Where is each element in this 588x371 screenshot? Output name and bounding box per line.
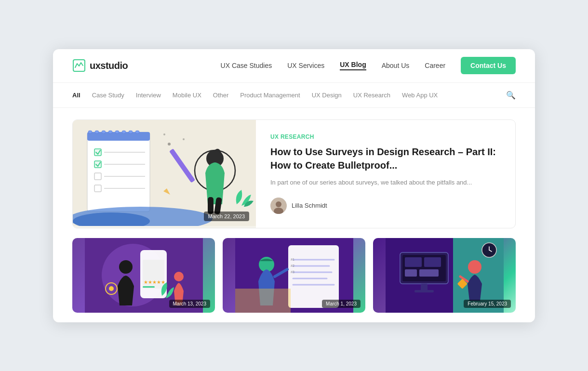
filter-interview[interactable]: Interview: [136, 92, 161, 99]
filter-mobile-ux[interactable]: Mobile UX: [173, 92, 201, 99]
card-1[interactable]: ★★★★★: [72, 238, 215, 313]
nav-ux-services[interactable]: UX Services: [287, 62, 324, 69]
nav-about-us[interactable]: About Us: [382, 62, 410, 69]
svg-rect-7: [108, 131, 112, 133]
filter-ux-research[interactable]: UX Research: [353, 92, 390, 99]
svg-rect-45: [288, 245, 339, 308]
featured-illustration: [73, 120, 256, 226]
featured-article[interactable]: March 22, 2023 UX Research How to Use Su…: [72, 119, 516, 228]
filter-ux-design[interactable]: UX Design: [312, 92, 342, 99]
logo-icon: [72, 59, 86, 72]
card-1-image: ★★★★★: [72, 238, 215, 313]
svg-point-32: [276, 201, 281, 207]
svg-rect-66: [414, 290, 434, 292]
featured-date-badge: March 22, 2023: [204, 212, 249, 221]
svg-rect-62: [424, 257, 441, 267]
nav-ux-case-studies[interactable]: UX Case Studies: [221, 62, 272, 69]
main-content: March 22, 2023 UX Research How to Use Su…: [53, 108, 535, 322]
card-2-image: #1 #2 #3: [223, 238, 365, 313]
card-3[interactable]: February 15, 2023: [373, 238, 516, 313]
svg-text:#3: #3: [291, 270, 294, 274]
nav: UX Case Studies UX Services UX Blog Abou…: [221, 57, 516, 74]
svg-rect-9: [122, 131, 126, 133]
svg-point-27: [183, 138, 185, 140]
svg-rect-2: [87, 132, 150, 212]
featured-image: March 22, 2023: [73, 120, 256, 228]
card-3-image: February 15, 2023: [373, 238, 516, 313]
card-3-date: February 15, 2023: [464, 300, 511, 308]
header: uxstudio UX Case Studies UX Services UX …: [53, 49, 535, 83]
author-name: Lilla Schmidt: [292, 202, 327, 209]
svg-rect-16: [94, 173, 101, 180]
featured-title[interactable]: How to Use Surveys in Design Research – …: [270, 145, 501, 172]
svg-rect-61: [405, 257, 422, 267]
search-icon[interactable]: 🔍: [506, 91, 516, 100]
card-grid: ★★★★★: [72, 238, 516, 313]
featured-tag[interactable]: UX Research: [270, 133, 501, 140]
featured-content: UX Research How to Use Surveys in Design…: [256, 120, 515, 228]
svg-rect-56: [235, 289, 291, 313]
logo[interactable]: uxstudio: [72, 59, 128, 72]
filter-product-management[interactable]: Product Management: [240, 92, 300, 99]
contact-us-button[interactable]: Contact Us: [461, 57, 516, 74]
svg-rect-64: [419, 269, 439, 277]
filter-case-study[interactable]: Case Study: [92, 92, 124, 99]
svg-text:#2: #2: [291, 264, 294, 267]
svg-rect-39: [143, 286, 155, 288]
svg-text:#1: #1: [291, 258, 294, 261]
svg-text:★★★★★: ★★★★★: [144, 279, 165, 285]
nav-ux-blog[interactable]: UX Blog: [340, 61, 366, 70]
svg-point-43: [174, 272, 184, 281]
svg-rect-10: [129, 131, 133, 133]
svg-rect-63: [405, 269, 417, 277]
svg-rect-18: [94, 185, 101, 192]
filter-other[interactable]: Other: [213, 92, 229, 99]
svg-point-28: [163, 133, 165, 135]
svg-rect-6: [102, 131, 106, 133]
author-row: Lilla Schmidt: [270, 198, 501, 214]
logo-text: uxstudio: [90, 60, 128, 71]
filter-web-app-ux[interactable]: Web App UX: [402, 92, 438, 99]
filter-bar: All Case Study Interview Mobile UX Other…: [53, 83, 535, 108]
svg-rect-4: [88, 131, 92, 133]
svg-point-67: [468, 260, 481, 274]
filter-all[interactable]: All: [72, 92, 80, 99]
card-2-date: March 1, 2023: [322, 300, 361, 308]
svg-rect-5: [95, 131, 99, 133]
svg-point-40: [119, 260, 133, 274]
svg-rect-8: [115, 131, 119, 133]
author-avatar: [270, 198, 287, 214]
card-1-date: March 13, 2023: [169, 300, 211, 308]
svg-point-26: [168, 143, 171, 146]
featured-excerpt: In part one of our series about surveys,…: [270, 178, 501, 188]
nav-career[interactable]: Career: [425, 62, 445, 69]
svg-rect-11: [135, 131, 139, 133]
svg-rect-65: [421, 284, 428, 291]
svg-point-42: [109, 286, 114, 291]
card-2[interactable]: #1 #2 #3: [223, 238, 365, 313]
